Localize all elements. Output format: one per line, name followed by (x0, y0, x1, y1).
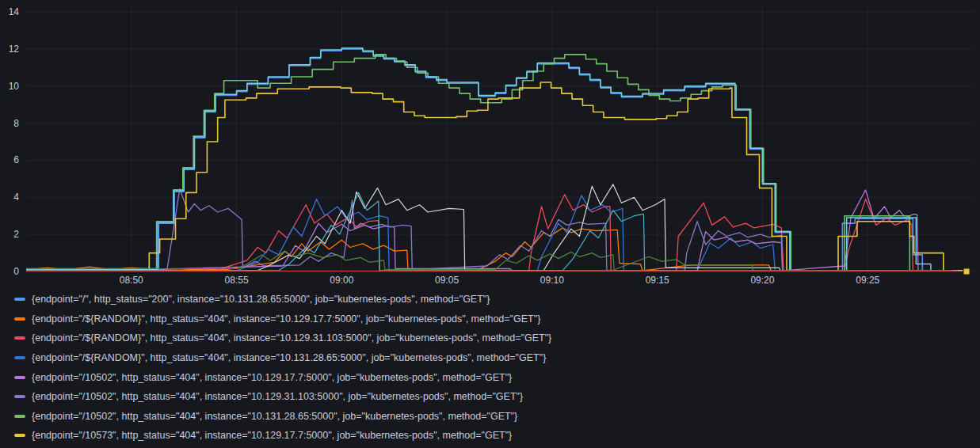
series-unlabeled-green-low (26, 251, 951, 271)
x-axis-tick-label: 08:55 (225, 275, 249, 286)
legend-color-swatch (14, 298, 25, 301)
y-axis-tick-label: 14 (9, 6, 20, 17)
y-axis-tick-label: 12 (9, 44, 20, 55)
x-axis-tick-label: 09:00 (330, 275, 353, 286)
legend-item-label: {endpoint="/${RANDOM}", http_status="404… (32, 352, 546, 363)
x-axis-tick-label: 09:25 (856, 275, 879, 286)
series-unlabeled-teal-spikes (26, 192, 951, 270)
series-unlabeled-cyan-high (26, 48, 937, 271)
legend-item-label: {endpoint="/${RANDOM}", http_status="404… (32, 332, 551, 344)
y-axis-tick-label: 6 (13, 154, 19, 165)
legend-item-3[interactable]: {endpoint="/${RANDOM}", http_status="404… (0, 348, 980, 368)
series-endpoint-10502-404-10.129.17.7 (26, 190, 951, 271)
legend-color-swatch (14, 336, 25, 340)
legend-color-swatch (14, 395, 25, 398)
legend-item-label: {endpoint="/10573", http_status="404", i… (32, 430, 512, 441)
y-axis-tick-label: 4 (13, 192, 19, 203)
legend-item-4[interactable]: {endpoint="/10502", http_status="404", i… (0, 367, 980, 387)
chart-plot-area[interactable]: 0246810121408:5008:5509:0009:0509:1009:1… (0, 0, 980, 287)
x-axis-tick-label: 09:10 (540, 275, 564, 286)
legend-item-7[interactable]: {endpoint="/10573", http_status="404", i… (0, 426, 980, 446)
y-axis-tick-label: 0 (13, 266, 19, 277)
legend-color-swatch (14, 317, 25, 321)
grafana-timeseries-panel: 0246810121408:5008:5509:0009:0509:1009:1… (0, 0, 980, 448)
legend-color-swatch (14, 415, 25, 418)
x-axis-tick-label: 09:15 (646, 275, 669, 286)
x-axis-tick-label: 09:05 (435, 275, 459, 286)
x-axis-tick-label: 08:50 (120, 275, 143, 286)
legend-item-6[interactable]: {endpoint="/10502", http_status="404", i… (0, 407, 980, 427)
legend-item-0[interactable]: {endpoint="/", http_status="200", instan… (0, 290, 980, 309)
series-endpoint-random-404-10.129.31.103 (26, 195, 951, 271)
series-endpoint-root-200-10.131.28.65 (26, 49, 937, 271)
legend: {endpoint="/", http_status="200", instan… (0, 290, 980, 446)
series-endpoint-10502-404-10.131.28.65 (26, 55, 937, 271)
series-endpoint-10573-404-10.129.17.7 (26, 82, 963, 271)
legend-item-5[interactable]: {endpoint="/10502", http_status="404", i… (0, 387, 980, 407)
y-axis-tick-label: 10 (9, 81, 20, 92)
legend-item-2[interactable]: {endpoint="/${RANDOM}", http_status="404… (0, 328, 980, 348)
legend-color-swatch (14, 434, 25, 437)
legend-item-label: {endpoint="/", http_status="200", instan… (32, 294, 490, 305)
chart-svg[interactable]: 0246810121408:5008:5509:0009:0509:1009:1… (0, 0, 980, 287)
y-axis-tick-label: 8 (13, 118, 19, 129)
y-axis-tick-label: 2 (13, 229, 19, 240)
x-axis-tick-label: 09:20 (750, 275, 774, 286)
legend-item-label: {endpoint="/10502", http_status="404", i… (32, 372, 512, 383)
legend-item-1[interactable]: {endpoint="/${RANDOM}", http_status="404… (0, 309, 980, 329)
legend-item-label: {endpoint="/${RANDOM}", http_status="404… (32, 313, 540, 325)
legend-color-swatch (14, 376, 25, 379)
series-endpoint-random-404-10.131.28.65 (26, 196, 951, 271)
legend-color-swatch (14, 356, 25, 359)
series-end-marker (964, 269, 970, 275)
series-endpoint-10502-404-10.129.31.103 (26, 189, 951, 271)
legend-item-label: {endpoint="/10502", http_status="404", i… (32, 391, 523, 402)
legend-item-label: {endpoint="/10502", http_status="404", i… (32, 411, 517, 422)
